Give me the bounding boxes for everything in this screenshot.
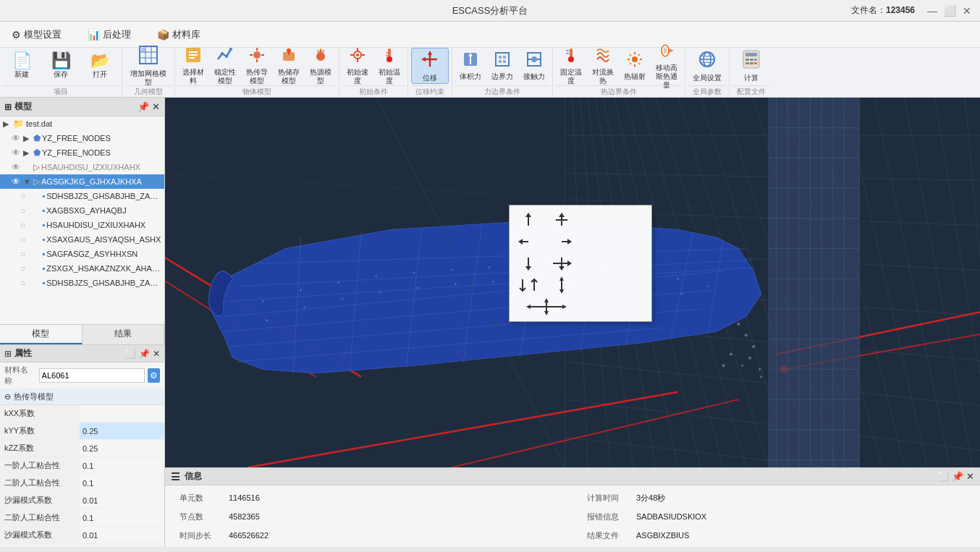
kyy-value[interactable]: 0.25 xyxy=(80,427,164,436)
vis-icon-7[interactable]: ○ xyxy=(20,220,32,230)
disp-arrow-down-left[interactable] xyxy=(514,253,543,273)
heat-store-button[interactable]: 热储存模型 xyxy=(274,48,304,84)
svg-line-57 xyxy=(630,54,631,56)
tree-item-zsxg[interactable]: ○ ▪ ZSXGX_HSAKAZNZXK_AHASX xyxy=(0,261,164,276)
volume-force-button[interactable]: 体积力 xyxy=(455,48,486,84)
info-title-bar: ☰ 信息 xyxy=(171,470,202,483)
disp-arrow-up-right[interactable] xyxy=(547,210,576,230)
fixed-temp-button[interactable]: 固定温度 xyxy=(556,48,586,84)
close-tree-icon[interactable]: ✕ xyxy=(152,101,160,112)
displacement-popup[interactable] xyxy=(509,205,652,322)
convection-button[interactable]: 对流换热 xyxy=(588,48,618,84)
add-mesh-button[interactable]: 增加网格模型 xyxy=(125,48,172,84)
sand-coeff2-value[interactable]: 0.01 xyxy=(80,531,164,540)
tree-item-agsg[interactable]: 👁 ▼ ▷ AGSGKJKG_GJHXAJKHXA xyxy=(0,174,164,189)
disp-arrow-up-left[interactable] xyxy=(514,210,543,230)
tab-result[interactable]: 结果 xyxy=(83,325,165,344)
svg-marker-189 xyxy=(559,213,565,217)
stability-label: 稳定性模型 xyxy=(212,68,238,85)
close-button[interactable]: ✕ xyxy=(961,5,973,17)
tree-item-sagf[interactable]: ○ ▪ SAGFASGZ_ASYHHXSN xyxy=(0,247,164,261)
vis-icon-5[interactable]: ○ xyxy=(20,191,32,201)
init-temperature-button[interactable]: 初始温度 xyxy=(374,48,405,84)
sand-coeff1-value[interactable]: 0.01 xyxy=(80,496,164,505)
stability-model-button[interactable]: 稳定性模型 xyxy=(210,48,240,84)
heat-source-button[interactable]: 热源模型 xyxy=(305,48,336,84)
tree-item-xsax[interactable]: ○ ▪ XSAXGAUS_AISYAQSH_ASHX xyxy=(0,232,164,247)
boundary-force-button[interactable]: 边界力 xyxy=(487,48,518,84)
material-name-input[interactable] xyxy=(39,368,145,383)
disp-arrow-right[interactable] xyxy=(547,232,576,252)
vis-icon-8[interactable]: ○ xyxy=(20,234,32,245)
vis-icon-3[interactable]: 👁 xyxy=(12,162,23,172)
tree-item-sdhsb-2[interactable]: ○ ▪ SDHSBJZS_GHSABJHB_ZAHU xyxy=(0,276,164,290)
heat-conduct-label: 热传导模型 xyxy=(244,68,270,85)
contact-force-button[interactable]: 接触力 xyxy=(519,48,549,84)
item-icon-5: ▪ xyxy=(42,191,45,201)
init-velocity-button[interactable]: 初始速度 xyxy=(342,48,373,84)
pin-icon[interactable]: 📌 xyxy=(138,101,149,112)
tree-item-hsau[interactable]: 👁 ▷ HSAUHDISU_IZXIUXHAHX xyxy=(0,160,164,174)
close-props-icon[interactable]: ✕ xyxy=(153,349,160,359)
disp-cross[interactable] xyxy=(514,297,579,317)
svg-point-21 xyxy=(316,52,325,61)
menu-post-process[interactable]: 📊 后处理 xyxy=(82,25,137,44)
stability-icon xyxy=(216,46,234,67)
tab-model[interactable]: 模型 xyxy=(0,325,83,344)
close-info-icon[interactable]: ✕ xyxy=(966,471,974,482)
expand-yz-1[interactable]: ▶ xyxy=(23,134,33,143)
tree-item-yz-free-2[interactable]: 👁 ▶ ⬟ YZ_FREE_NODES xyxy=(0,145,164,160)
viewport-3d[interactable] xyxy=(165,98,980,467)
second-art-visc-value[interactable]: 0.1 xyxy=(80,479,164,488)
save-button[interactable]: 💾 保存 xyxy=(42,48,80,84)
pin-props-icon[interactable]: 📌 xyxy=(139,349,150,359)
expand-agsg[interactable]: ▼ xyxy=(23,177,33,186)
expand-info-icon[interactable]: ⬜ xyxy=(937,471,949,482)
calculate-button[interactable]: 计算 xyxy=(732,48,770,84)
heat-conduct-button[interactable]: 热传导模型 xyxy=(242,48,272,84)
minimize-button[interactable]: — xyxy=(926,5,938,17)
heat-radiation-button[interactable]: 热辐射 xyxy=(620,48,650,84)
vis-icon-10[interactable]: ○ xyxy=(20,263,32,273)
select-material-button[interactable]: 选择材料 xyxy=(178,48,208,84)
project-group-label: 项目 xyxy=(3,85,119,97)
second-art-visc2-value[interactable]: 0.1 xyxy=(80,514,164,522)
disp-arrow-diagonal[interactable] xyxy=(547,253,576,273)
new-button[interactable]: 📄 新建 xyxy=(3,48,41,84)
menu-model-setup[interactable]: ⚙ 模型设置 xyxy=(6,25,67,44)
vis-icon-9[interactable]: ○ xyxy=(20,249,32,259)
svg-point-27 xyxy=(356,54,359,56)
pin-info-icon[interactable]: 📌 xyxy=(952,471,963,482)
mobile-heat-flux-button[interactable]: 移动高斯热通量 xyxy=(651,48,682,84)
expand-hsau[interactable] xyxy=(23,163,33,171)
material-settings-button[interactable]: ⚙ xyxy=(148,368,160,383)
tree-item-xagb[interactable]: ○ ▪ XAGBSXG_AYHAQBJ xyxy=(0,203,164,218)
info-row-error: 报错信息 SADBASIUDSKIOX xyxy=(587,509,966,525)
disp-arrow-left[interactable] xyxy=(514,232,543,252)
vis-icon-4[interactable]: 👁 xyxy=(12,177,23,187)
menu-material-lib[interactable]: 📦 材料库 xyxy=(151,25,206,44)
vis-icon-6[interactable]: ○ xyxy=(20,205,32,216)
open-button[interactable]: 📂 打开 xyxy=(81,48,119,84)
vis-icon-11[interactable]: ○ xyxy=(20,278,32,288)
vis-icon-1[interactable]: 👁 xyxy=(12,133,23,143)
displacement-button[interactable]: 位移 xyxy=(411,48,449,84)
tree-root[interactable]: ▶ 📁 test.dat xyxy=(0,116,164,131)
tree-item-sdhsb-1[interactable]: ○ ▪ SDHSBJZS_GHSABJHB_ZAHU xyxy=(0,189,164,203)
kzz-value[interactable]: 0.25 xyxy=(80,444,164,453)
expand-yz-2[interactable]: ▶ xyxy=(23,148,33,158)
disp-arrow-rotate-left[interactable] xyxy=(514,275,543,295)
tree-item-yz-free-1[interactable]: 👁 ▶ ⬟ YZ_FREE_NODES xyxy=(0,131,164,145)
first-art-visc-value[interactable]: 0.1 xyxy=(80,462,164,470)
toolbar-group-geometry: 增加网格模型 几何模型 xyxy=(122,48,175,97)
info-row-nodes: 节点数 4582365 xyxy=(179,509,558,525)
expand-props-icon[interactable]: ⬜ xyxy=(125,349,136,359)
collapse-icon[interactable]: ⊖ xyxy=(4,392,11,402)
volume-force-icon xyxy=(462,51,479,72)
global-settings-button[interactable]: 全局设置 xyxy=(688,48,726,84)
tree-item-hsau-2[interactable]: ○ ▪ HSAUHDISU_IZXIUXHAHX xyxy=(0,218,164,232)
maximize-button[interactable]: ⬜ xyxy=(944,5,955,17)
expand-icon[interactable]: ▶ xyxy=(3,119,13,129)
vis-icon-2[interactable]: 👁 xyxy=(12,148,23,158)
disp-arrow-center[interactable] xyxy=(547,275,576,295)
